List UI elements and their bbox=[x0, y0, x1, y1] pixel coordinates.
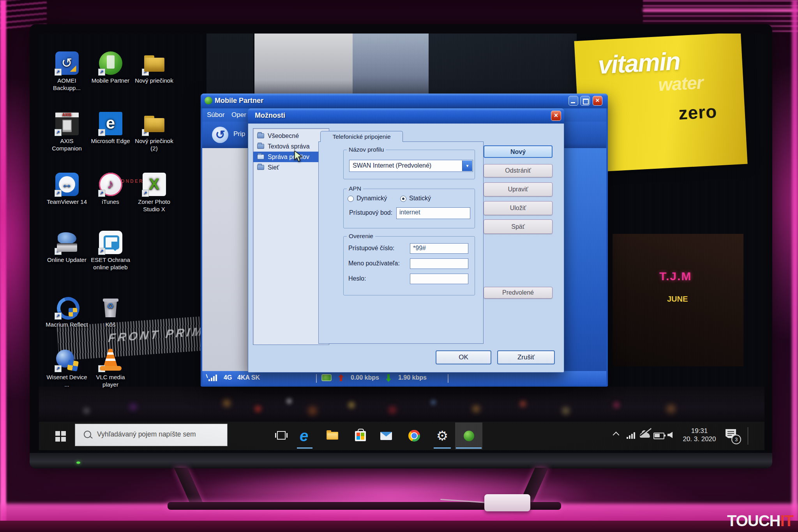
watermark-touch: TOUCH bbox=[727, 512, 780, 529]
edit-button[interactable]: Upraviť bbox=[484, 182, 553, 196]
watermark-it: IT bbox=[780, 512, 793, 529]
itunes-icon: ♪↗ bbox=[99, 173, 122, 196]
task-view-button[interactable] bbox=[273, 427, 290, 444]
wallpaper-street bbox=[39, 387, 764, 422]
wallpaper-poster: T.J.M JUNE bbox=[613, 234, 743, 366]
taskbar-mobile-partner[interactable] bbox=[460, 427, 477, 444]
access-point-input[interactable]: internet bbox=[396, 207, 470, 219]
upload-arrow-icon bbox=[338, 374, 344, 382]
icon-label: Wisenet Device ... bbox=[44, 373, 89, 388]
desktop-icon-new-folder[interactable]: ↗ Nový priečinok bbox=[132, 51, 177, 84]
shortcut-arrow-icon: ↗ bbox=[98, 69, 105, 76]
mobile-partner-icon: ↗ bbox=[99, 51, 122, 75]
folder-icon: ↗ bbox=[143, 51, 166, 75]
icon-label: Online Updater bbox=[44, 256, 89, 263]
network-signal-icon[interactable] bbox=[627, 432, 637, 439]
menu-subor[interactable]: Súbor bbox=[207, 111, 224, 119]
taskbar-edge[interactable]: e bbox=[295, 427, 312, 444]
dialog-close-button[interactable]: × bbox=[551, 111, 561, 121]
taskbar-store[interactable] bbox=[352, 427, 369, 444]
desktop-icon-vlc[interactable]: ↗ VLC media player bbox=[88, 348, 133, 388]
taskbar-clock[interactable]: 19:31 20. 3. 2020 bbox=[680, 427, 719, 443]
desktop-icon-online-updater[interactable]: ↗ Online Updater bbox=[44, 231, 89, 263]
maximize-button[interactable] bbox=[580, 96, 590, 106]
tab-telefonicke-pripojenie[interactable]: Telefonické pripojenie bbox=[320, 131, 403, 142]
desktop-icon-axis[interactable]: AXIS↗ AXIS Companion bbox=[44, 112, 89, 152]
new-button[interactable]: Nový bbox=[484, 145, 553, 158]
shortcut-arrow-icon: ↗ bbox=[142, 69, 149, 76]
desktop-icon-eset[interactable]: ↗ ESET Ochrana online platieb bbox=[88, 231, 133, 271]
desktop-icon-wisenet[interactable]: ↗ Wisenet Device ... bbox=[44, 348, 89, 388]
icon-label: VLC media player bbox=[88, 373, 133, 388]
battery-icon[interactable] bbox=[653, 433, 664, 439]
desktop-icon-itunes[interactable]: ♪↗ iTunes bbox=[88, 173, 133, 205]
desktop-icon-mobile-partner[interactable]: ↗ Mobile Partner bbox=[88, 51, 133, 84]
back-button[interactable]: Späť bbox=[484, 219, 553, 234]
delete-button[interactable]: Odstrániť bbox=[484, 164, 553, 177]
running-indicator-edge bbox=[297, 447, 312, 449]
icon-label: Zoner Photo Studio X bbox=[132, 198, 177, 213]
store-icon bbox=[355, 431, 366, 441]
taskbar-explorer[interactable] bbox=[324, 427, 341, 444]
icon-label: Kôš bbox=[88, 321, 133, 328]
shortcut-arrow-icon: ↗ bbox=[98, 248, 105, 255]
shortcut-arrow-icon: ↗ bbox=[55, 313, 62, 320]
profile-select[interactable]: SWAN Internet (Predvolené) ▼ bbox=[349, 160, 473, 172]
icon-label: AXIS Companion bbox=[44, 137, 89, 152]
menu-oper[interactable]: Oper bbox=[231, 111, 246, 119]
wallpaper-building bbox=[353, 34, 430, 103]
touchit-watermark: TOUCHIT bbox=[727, 512, 793, 530]
speaker-icon[interactable] bbox=[667, 432, 673, 438]
gear-icon: ⚙ bbox=[434, 427, 451, 444]
password-input[interactable] bbox=[410, 274, 468, 284]
desktop-icon-macrium[interactable]: ↗ Macrium Reflect bbox=[44, 295, 89, 328]
default-button[interactable]: Predvolené bbox=[484, 287, 553, 299]
cancel-button[interactable]: Zrušiť bbox=[497, 350, 555, 364]
list-item-sprava-profilov[interactable]: Správa profilov bbox=[253, 152, 329, 162]
icon-label: Mobile Partner bbox=[88, 77, 133, 84]
access-number-input[interactable]: *99# bbox=[410, 243, 468, 254]
taskbar-mail[interactable] bbox=[378, 427, 395, 444]
username-input[interactable] bbox=[410, 258, 468, 269]
desktop-icon-recycle-bin[interactable]: ♻ Kôš bbox=[88, 295, 133, 328]
modem-icon bbox=[321, 374, 332, 381]
connection-icon[interactable]: ↺ bbox=[212, 127, 228, 143]
desktop-icon-aomei[interactable]: ↺↗ AOMEI Backupp... bbox=[44, 51, 89, 92]
axis-icon: AXIS↗ bbox=[55, 112, 79, 135]
list-item-textova-sprava[interactable]: Textová správa bbox=[253, 141, 329, 152]
tray-expand-chevron-icon[interactable] bbox=[613, 432, 620, 438]
onedrive-offline-icon[interactable] bbox=[640, 433, 650, 438]
tv-power-led bbox=[76, 461, 80, 464]
chevron-down-icon[interactable]: ▼ bbox=[462, 161, 472, 171]
radio-staticky[interactable] bbox=[400, 196, 406, 202]
tv-bezel bbox=[30, 453, 772, 468]
folder-icon bbox=[257, 165, 264, 170]
desktop-icon-edge[interactable]: e↗ Microsoft Edge bbox=[88, 112, 133, 145]
desktop-icon-zoner[interactable]: X↗ Zoner Photo Studio X bbox=[132, 173, 177, 213]
eset-icon: ↗ bbox=[99, 231, 122, 254]
close-button[interactable]: × bbox=[593, 96, 602, 106]
window-titlebar[interactable]: Mobile Partner × bbox=[201, 94, 608, 108]
radio-dynamicky[interactable] bbox=[348, 196, 354, 202]
category-list: Všeobecné Textová správa Správa profilov… bbox=[253, 128, 329, 345]
macrium-icon: ↗ bbox=[55, 295, 79, 319]
mouse-cursor bbox=[294, 150, 304, 163]
taskbar-chrome[interactable] bbox=[406, 427, 423, 444]
minimize-button[interactable] bbox=[568, 96, 578, 106]
save-button[interactable]: Uložiť bbox=[484, 201, 553, 215]
desktop-icon-teamviewer[interactable]: ↔↗ TeamViewer 14 bbox=[44, 173, 89, 205]
search-box[interactable]: Vyhľadávaný pojem napíšte sem bbox=[75, 424, 228, 446]
taskbar: Vyhľadávaný pojem napíšte sem e ⚙ bbox=[39, 422, 764, 450]
list-item-siet[interactable]: Sieť bbox=[253, 162, 329, 173]
show-desktop-divider[interactable] bbox=[748, 427, 748, 445]
icon-label: iTunes bbox=[88, 198, 133, 205]
vlc-icon: ↗ bbox=[99, 348, 122, 371]
clock-date: 20. 3. 2020 bbox=[680, 435, 719, 443]
desktop-icon-new-folder-2[interactable]: ↗ Nový priečinok (2) bbox=[132, 112, 177, 152]
dialog-titlebar[interactable]: Možnosti × bbox=[248, 108, 564, 124]
taskbar-settings[interactable]: ⚙ bbox=[434, 427, 451, 444]
icon-label: Microsoft Edge bbox=[88, 137, 133, 145]
list-item-vseobecne[interactable]: Všeobecné bbox=[253, 131, 329, 141]
ok-button[interactable]: OK bbox=[436, 350, 491, 364]
start-button[interactable] bbox=[55, 431, 66, 442]
